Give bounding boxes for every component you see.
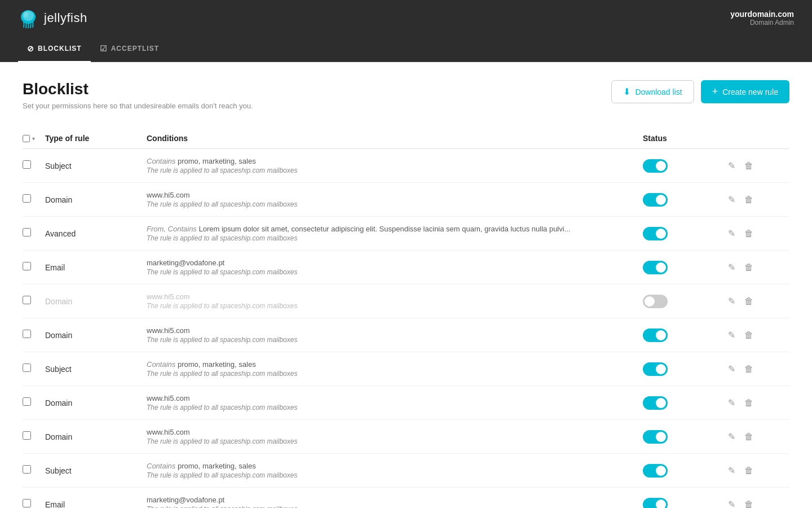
row-checkbox-cell[interactable] <box>23 296 45 306</box>
row-checkbox-9[interactable] <box>23 431 31 440</box>
rule-status-cell[interactable] <box>643 261 722 274</box>
rule-status-cell[interactable] <box>643 295 722 308</box>
rule-toggle-11[interactable] <box>643 498 668 509</box>
rule-toggle-1[interactable] <box>643 159 668 173</box>
condition-value: promo, marketing, sales <box>175 360 255 369</box>
nav-tabs: ⊘ BLOCKLIST ☑ ACCEPTLIST <box>0 36 812 62</box>
header-checkbox-area[interactable]: ▾ <box>23 135 45 142</box>
rule-status-cell[interactable] <box>643 227 722 240</box>
row-actions-cell: ✎ 🗑 <box>722 463 756 478</box>
rule-toggle-8[interactable] <box>643 396 668 410</box>
delete-rule-button-7[interactable]: 🗑 <box>742 362 756 376</box>
row-checkbox-cell[interactable] <box>23 330 45 340</box>
row-checkbox-cell[interactable] <box>23 397 45 408</box>
tab-blocklist[interactable]: ⊘ BLOCKLIST <box>18 36 91 62</box>
table-row: Subject Contains promo, marketing, sales… <box>23 149 789 183</box>
edit-rule-button-8[interactable]: ✎ <box>726 395 738 410</box>
rule-status-cell[interactable] <box>643 329 722 342</box>
row-actions-cell: ✎ 🗑 <box>722 361 756 376</box>
rule-status-cell[interactable] <box>643 396 722 410</box>
logo-area: jellyfish <box>18 8 87 28</box>
row-checkbox-cell[interactable] <box>23 465 45 476</box>
rule-toggle-10[interactable] <box>643 464 668 478</box>
rule-type-cell: Domain <box>45 195 147 204</box>
condition-note: The rule is applied to all spaceship.com… <box>147 471 634 479</box>
condition-keyword: Contains <box>147 157 175 165</box>
row-checkbox-6[interactable] <box>23 330 31 338</box>
rule-toggle-6[interactable] <box>643 329 668 342</box>
row-checkbox-cell[interactable] <box>23 262 45 273</box>
rule-conditions-cell: www.hi5.comThe rule is applied to all sp… <box>147 428 643 445</box>
toggle-slider-6 <box>643 329 668 342</box>
delete-rule-button-6[interactable]: 🗑 <box>742 328 756 343</box>
row-checkbox-cell[interactable] <box>23 364 45 374</box>
row-checkbox-8[interactable] <box>23 397 31 406</box>
delete-rule-button-3[interactable]: 🗑 <box>742 226 756 241</box>
condition-value: marketing@vodafone.pt <box>147 496 224 504</box>
row-checkbox-1[interactable] <box>23 160 31 169</box>
row-checkbox-5[interactable] <box>23 296 31 304</box>
edit-rule-button-5[interactable]: ✎ <box>726 294 738 309</box>
condition-value: www.hi5.com <box>147 428 190 436</box>
rule-conditions-cell: www.hi5.comThe rule is applied to all sp… <box>147 191 643 208</box>
row-checkbox-cell[interactable] <box>23 228 45 239</box>
table-row: Email marketing@vodafone.ptThe rule is a… <box>23 488 789 508</box>
rule-toggle-9[interactable] <box>643 430 668 444</box>
delete-rule-button-10[interactable]: 🗑 <box>742 463 756 478</box>
delete-rule-button-1[interactable]: 🗑 <box>742 159 756 173</box>
delete-rule-button-5[interactable]: 🗑 <box>742 294 756 309</box>
download-list-button[interactable]: ⬇ Download list <box>611 80 694 103</box>
delete-rule-button-2[interactable]: 🗑 <box>742 192 756 207</box>
edit-rule-button-1[interactable]: ✎ <box>726 158 738 173</box>
delete-rule-button-9[interactable]: 🗑 <box>742 430 756 444</box>
row-checkbox-2[interactable] <box>23 194 31 203</box>
rule-status-cell[interactable] <box>643 498 722 509</box>
row-checkbox-cell[interactable] <box>23 194 45 205</box>
rule-type-cell: Email <box>45 500 147 509</box>
rule-toggle-2[interactable] <box>643 193 668 207</box>
delete-rule-button-4[interactable]: 🗑 <box>742 260 756 275</box>
table-row: Subject Contains promo, marketing, sales… <box>23 352 789 386</box>
edit-rule-button-7[interactable]: ✎ <box>726 361 738 376</box>
chevron-down-icon: ▾ <box>32 135 35 142</box>
rule-toggle-7[interactable] <box>643 362 668 376</box>
row-checkbox-7[interactable] <box>23 364 31 372</box>
edit-rule-button-11[interactable]: ✎ <box>726 497 738 508</box>
rule-toggle-5[interactable] <box>643 295 668 308</box>
logo-text: jellyfish <box>44 11 87 25</box>
rule-status-cell[interactable] <box>643 362 722 376</box>
row-checkbox-11[interactable] <box>23 499 31 507</box>
edit-rule-button-4[interactable]: ✎ <box>726 260 738 275</box>
delete-rule-button-8[interactable]: 🗑 <box>742 396 756 410</box>
row-checkbox-cell[interactable] <box>23 499 45 508</box>
row-checkbox-4[interactable] <box>23 262 31 270</box>
select-all-checkbox[interactable] <box>23 135 30 142</box>
tab-acceptlist[interactable]: ☑ ACCEPTLIST <box>91 36 168 62</box>
rule-status-cell[interactable] <box>643 464 722 478</box>
table-row: Domain www.hi5.comThe rule is applied to… <box>23 386 789 420</box>
rule-status-cell[interactable] <box>643 193 722 207</box>
header-actions: ⬇ Download list + Create new rule <box>611 80 789 103</box>
row-actions-cell: ✎ 🗑 <box>722 158 756 173</box>
row-checkbox-10[interactable] <box>23 465 31 474</box>
row-checkbox-cell[interactable] <box>23 431 45 442</box>
row-actions-cell: ✎ 🗑 <box>722 327 756 343</box>
delete-rule-button-11[interactable]: 🗑 <box>742 497 756 509</box>
create-new-rule-button[interactable]: + Create new rule <box>701 80 789 103</box>
edit-rule-button-6[interactable]: ✎ <box>726 327 738 343</box>
user-domain: yourdomain.com <box>730 10 794 19</box>
edit-rule-button-2[interactable]: ✎ <box>726 192 738 207</box>
table-row: Domain www.hi5.comThe rule is applied to… <box>23 420 789 454</box>
row-checkbox-cell[interactable] <box>23 160 45 171</box>
rule-status-cell[interactable] <box>643 430 722 444</box>
toggle-slider-5 <box>643 295 668 308</box>
rule-conditions-cell: marketing@vodafone.ptThe rule is applied… <box>147 496 643 508</box>
rule-status-cell[interactable] <box>643 159 722 173</box>
rule-toggle-4[interactable] <box>643 261 668 274</box>
row-checkbox-3[interactable] <box>23 228 31 237</box>
row-actions-cell: ✎ 🗑 <box>722 429 756 444</box>
edit-rule-button-3[interactable]: ✎ <box>726 226 738 241</box>
edit-rule-button-9[interactable]: ✎ <box>726 429 738 444</box>
edit-rule-button-10[interactable]: ✎ <box>726 463 738 478</box>
rule-toggle-3[interactable] <box>643 227 668 240</box>
